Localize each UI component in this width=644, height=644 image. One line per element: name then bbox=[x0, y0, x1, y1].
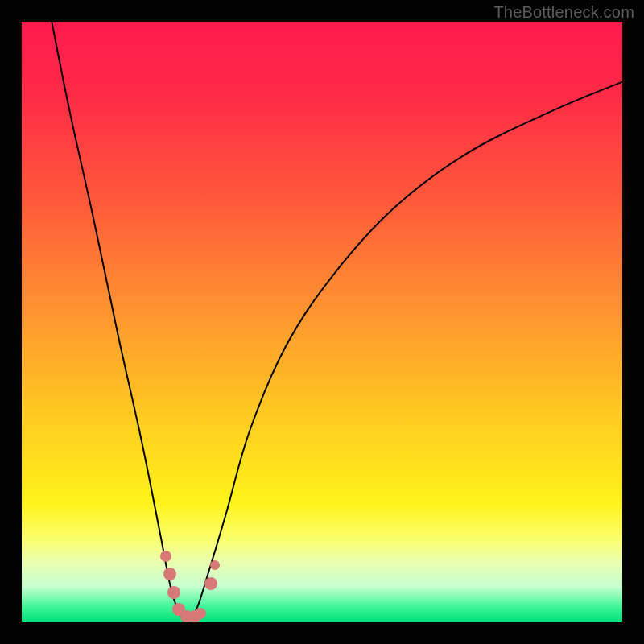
chart-frame: TheBottleneck.com bbox=[0, 0, 644, 644]
curve-marker bbox=[195, 608, 206, 619]
curve-marker bbox=[167, 586, 180, 599]
bottleneck-curve bbox=[22, 22, 622, 622]
curve-marker bbox=[163, 568, 176, 580]
watermark-text: TheBottleneck.com bbox=[493, 3, 634, 22]
curve-marker bbox=[204, 577, 217, 590]
plot-area bbox=[22, 22, 622, 622]
curve-marker bbox=[210, 560, 220, 570]
curve-marker bbox=[160, 551, 171, 562]
